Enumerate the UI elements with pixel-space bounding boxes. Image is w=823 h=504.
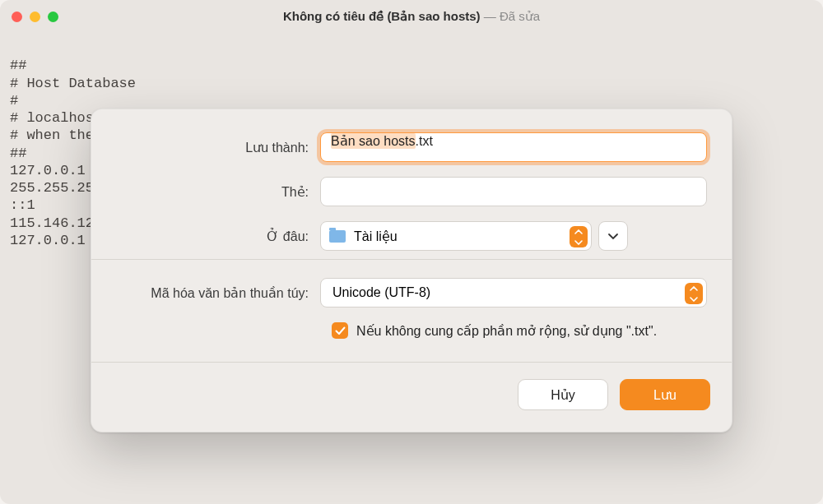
tags-label: Thẻ: (116, 184, 320, 200)
titlebar: Không có tiêu đề (Bản sao hosts) — Đã sử… (0, 0, 823, 33)
tags-input[interactable] (320, 177, 707, 206)
editor-line: ## (10, 58, 26, 73)
dialog-footer: Hủy Lưu (91, 363, 732, 432)
title-main: Không có tiêu đề (Bản sao hosts) (283, 9, 481, 23)
editor-line: ::1 (10, 197, 35, 213)
encoding-value: Unicode (UTF-8) (332, 285, 430, 300)
where-popup[interactable]: Tài liệu (320, 221, 592, 251)
editor-line: 115.146.122 (10, 215, 102, 231)
save-button[interactable]: Lưu (620, 379, 710, 410)
expand-browser-button[interactable] (598, 221, 628, 251)
filename-selection: Bản sao hosts (331, 133, 416, 149)
save-as-label: Lưu thành: (116, 140, 320, 155)
encoding-popup[interactable]: Unicode (UTF-8) (320, 278, 707, 307)
text-editor-window: Không có tiêu đề (Bản sao hosts) — Đã sử… (0, 0, 823, 504)
filename-input[interactable]: Bản sao hosts.txt (320, 132, 707, 162)
cancel-button[interactable]: Hủy (518, 379, 608, 410)
zoom-window-button[interactable] (48, 12, 58, 22)
where-folder-name: Tài liệu (354, 229, 398, 244)
updown-stepper-icon (570, 226, 588, 247)
check-icon (335, 326, 346, 335)
window-title: Không có tiêu đề (Bản sao hosts) — Đã sử… (0, 9, 823, 24)
where-label: Ở đâu: (116, 229, 320, 244)
close-window-button[interactable] (12, 12, 22, 22)
filename-suffix: .txt (416, 134, 433, 148)
editor-line: # (10, 93, 18, 109)
updown-stepper-icon (685, 283, 703, 304)
save-dialog: Lưu thành: Bản sao hosts.txt Thẻ: Ở đâu: (91, 109, 732, 432)
editor-line: 255.255.255 (10, 180, 102, 196)
editor-line: # Host Database (10, 76, 136, 91)
title-edited-indicator: Đã sửa (500, 9, 540, 23)
use-txt-extension-checkbox[interactable] (332, 322, 348, 339)
encoding-label: Mã hóa văn bản thuần túy: (116, 285, 320, 301)
editor-line: ## (10, 146, 26, 161)
chevron-down-icon (607, 233, 619, 240)
editor-line: 127.0.0.1 (10, 163, 86, 178)
folder-icon (329, 230, 346, 243)
editor-line: 127.0.0.1 (10, 233, 94, 248)
minimize-window-button[interactable] (30, 12, 40, 22)
divider (91, 259, 732, 260)
use-txt-extension-label: Nếu không cung cấp phần mở rộng, sử dụng… (356, 323, 657, 339)
window-controls (12, 12, 58, 22)
